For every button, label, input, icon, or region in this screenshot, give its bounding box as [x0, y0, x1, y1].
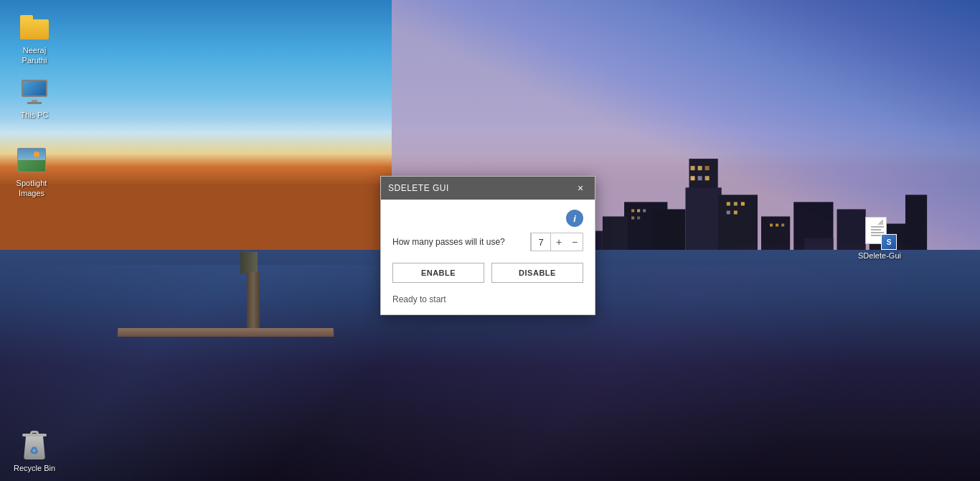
dialog-titlebar: SDELETE GUI ×	[381, 177, 595, 200]
dialog-title: SDELETE GUI	[388, 183, 449, 193]
info-icon[interactable]: i	[566, 210, 583, 227]
enable-button[interactable]: ENABLE	[392, 263, 484, 283]
passes-decrement-button[interactable]: −	[567, 233, 583, 251]
sdelete-dialog: SDELETE GUI × i How many passes will it …	[380, 176, 595, 315]
dialog-content: i How many passes will it use? 7 + − ENA…	[381, 200, 595, 314]
status-text: Ready to start	[392, 294, 583, 304]
disable-button[interactable]: DISABLE	[491, 263, 583, 283]
passes-control: 7 + −	[530, 233, 583, 251]
info-row: i	[392, 210, 583, 227]
passes-row: How many passes will it use? 7 + −	[392, 233, 583, 251]
passes-value: 7	[531, 233, 551, 251]
dialog-close-button[interactable]: ×	[573, 181, 588, 195]
passes-increment-button[interactable]: +	[551, 233, 567, 251]
action-buttons: ENABLE DISABLE	[392, 263, 583, 283]
dialog-overlay: SDELETE GUI × i How many passes will it …	[0, 0, 980, 481]
desktop: NeerajParuthi This PC SpotlightImages	[0, 0, 980, 481]
passes-label: How many passes will it use?	[392, 237, 530, 247]
